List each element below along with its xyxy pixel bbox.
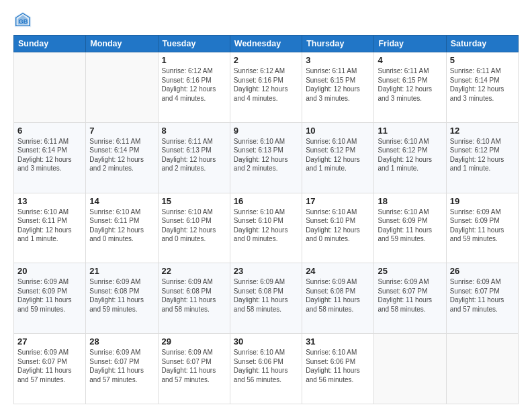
day-info: Sunrise: 6:10 AM Sunset: 6:06 PM Dayligh… [306, 348, 370, 384]
calendar-cell: 5Sunrise: 6:11 AM Sunset: 6:14 PM Daylig… [446, 52, 518, 123]
weekday-header: Tuesday [158, 36, 230, 52]
calendar-cell: 15Sunrise: 6:10 AM Sunset: 6:10 PM Dayli… [158, 193, 230, 263]
calendar-cell: 11Sunrise: 6:10 AM Sunset: 6:12 PM Dayli… [374, 122, 446, 193]
logo: GB [13, 11, 34, 30]
day-info: Sunrise: 6:11 AM Sunset: 6:14 PM Dayligh… [17, 137, 82, 173]
calendar-week-row: 13Sunrise: 6:10 AM Sunset: 6:11 PM Dayli… [14, 193, 519, 263]
calendar-cell: 12Sunrise: 6:10 AM Sunset: 6:12 PM Dayli… [446, 122, 518, 193]
day-number: 29 [162, 336, 226, 347]
day-number: 10 [306, 126, 370, 136]
weekday-header: Sunday [14, 36, 86, 52]
day-number: 12 [450, 126, 515, 136]
day-number: 28 [89, 336, 154, 347]
calendar-cell: 6Sunrise: 6:11 AM Sunset: 6:14 PM Daylig… [14, 122, 86, 193]
page: GB SundayMondayTuesdayWednesdayThursdayF… [0, 0, 532, 411]
day-info: Sunrise: 6:10 AM Sunset: 6:12 PM Dayligh… [450, 137, 515, 173]
header: GB [13, 11, 519, 30]
calendar-cell: 17Sunrise: 6:10 AM Sunset: 6:10 PM Dayli… [302, 193, 374, 263]
day-info: Sunrise: 6:09 AM Sunset: 6:07 PM Dayligh… [162, 348, 226, 384]
day-info: Sunrise: 6:09 AM Sunset: 6:08 PM Dayligh… [89, 277, 154, 314]
calendar-cell: 27Sunrise: 6:09 AM Sunset: 6:07 PM Dayli… [14, 334, 86, 404]
day-info: Sunrise: 6:10 AM Sunset: 6:11 PM Dayligh… [89, 208, 154, 244]
day-number: 3 [306, 55, 370, 65]
day-number: 22 [162, 266, 226, 276]
day-number: 5 [450, 55, 515, 65]
weekday-header-row: SundayMondayTuesdayWednesdayThursdayFrid… [14, 36, 519, 52]
day-number: 26 [450, 266, 515, 276]
calendar-cell [446, 334, 518, 404]
calendar-cell: 10Sunrise: 6:10 AM Sunset: 6:12 PM Dayli… [302, 122, 374, 193]
calendar-cell: 28Sunrise: 6:09 AM Sunset: 6:07 PM Dayli… [86, 334, 158, 404]
day-info: Sunrise: 6:09 AM Sunset: 6:07 PM Dayligh… [89, 348, 154, 384]
calendar-cell: 20Sunrise: 6:09 AM Sunset: 6:09 PM Dayli… [14, 263, 86, 334]
day-info: Sunrise: 6:12 AM Sunset: 6:16 PM Dayligh… [234, 66, 298, 103]
day-info: Sunrise: 6:10 AM Sunset: 6:13 PM Dayligh… [234, 137, 298, 173]
calendar-cell: 23Sunrise: 6:09 AM Sunset: 6:08 PM Dayli… [230, 263, 302, 334]
svg-text:GB: GB [18, 18, 28, 25]
day-info: Sunrise: 6:11 AM Sunset: 6:15 PM Dayligh… [378, 66, 442, 103]
calendar-cell: 31Sunrise: 6:10 AM Sunset: 6:06 PM Dayli… [302, 334, 374, 404]
day-info: Sunrise: 6:10 AM Sunset: 6:10 PM Dayligh… [162, 208, 226, 244]
day-number: 18 [378, 196, 442, 206]
day-number: 19 [450, 196, 515, 206]
day-info: Sunrise: 6:09 AM Sunset: 6:08 PM Dayligh… [162, 277, 226, 314]
calendar-cell [86, 52, 158, 123]
day-info: Sunrise: 6:10 AM Sunset: 6:10 PM Dayligh… [306, 208, 370, 244]
day-number: 23 [234, 266, 298, 276]
calendar-week-row: 6Sunrise: 6:11 AM Sunset: 6:14 PM Daylig… [14, 122, 519, 193]
calendar-cell: 4Sunrise: 6:11 AM Sunset: 6:15 PM Daylig… [374, 52, 446, 123]
day-number: 21 [89, 266, 154, 276]
day-info: Sunrise: 6:09 AM Sunset: 6:09 PM Dayligh… [17, 277, 82, 314]
day-info: Sunrise: 6:10 AM Sunset: 6:11 PM Dayligh… [17, 208, 82, 244]
day-number: 20 [17, 266, 82, 276]
day-number: 17 [306, 196, 370, 206]
calendar-table: SundayMondayTuesdayWednesdayThursdayFrid… [13, 35, 519, 404]
calendar-cell: 13Sunrise: 6:10 AM Sunset: 6:11 PM Dayli… [14, 193, 86, 263]
weekday-header: Monday [86, 36, 158, 52]
calendar-cell: 22Sunrise: 6:09 AM Sunset: 6:08 PM Dayli… [158, 263, 230, 334]
calendar-cell: 24Sunrise: 6:09 AM Sunset: 6:08 PM Dayli… [302, 263, 374, 334]
calendar-cell: 30Sunrise: 6:10 AM Sunset: 6:06 PM Dayli… [230, 334, 302, 404]
calendar-week-row: 20Sunrise: 6:09 AM Sunset: 6:09 PM Dayli… [14, 263, 519, 334]
day-number: 24 [306, 266, 370, 276]
day-number: 15 [162, 196, 226, 206]
day-number: 9 [234, 126, 298, 136]
day-info: Sunrise: 6:11 AM Sunset: 6:14 PM Dayligh… [450, 66, 515, 103]
day-number: 14 [89, 196, 154, 206]
day-number: 6 [17, 126, 82, 136]
weekday-header: Wednesday [230, 36, 302, 52]
day-info: Sunrise: 6:11 AM Sunset: 6:13 PM Dayligh… [162, 137, 226, 173]
calendar-cell: 19Sunrise: 6:09 AM Sunset: 6:09 PM Dayli… [446, 193, 518, 263]
day-info: Sunrise: 6:09 AM Sunset: 6:07 PM Dayligh… [17, 348, 82, 384]
day-info: Sunrise: 6:10 AM Sunset: 6:12 PM Dayligh… [306, 137, 370, 173]
day-info: Sunrise: 6:11 AM Sunset: 6:14 PM Dayligh… [89, 137, 154, 173]
day-info: Sunrise: 6:10 AM Sunset: 6:10 PM Dayligh… [234, 208, 298, 244]
calendar-cell [374, 334, 446, 404]
day-info: Sunrise: 6:09 AM Sunset: 6:07 PM Dayligh… [450, 277, 515, 314]
day-info: Sunrise: 6:09 AM Sunset: 6:08 PM Dayligh… [306, 277, 370, 314]
weekday-header: Friday [374, 36, 446, 52]
calendar-cell: 9Sunrise: 6:10 AM Sunset: 6:13 PM Daylig… [230, 122, 302, 193]
calendar-cell [14, 52, 86, 123]
calendar-cell: 26Sunrise: 6:09 AM Sunset: 6:07 PM Dayli… [446, 263, 518, 334]
weekday-header: Saturday [446, 36, 518, 52]
calendar-cell: 3Sunrise: 6:11 AM Sunset: 6:15 PM Daylig… [302, 52, 374, 123]
calendar-week-row: 1Sunrise: 6:12 AM Sunset: 6:16 PM Daylig… [14, 52, 519, 123]
day-info: Sunrise: 6:09 AM Sunset: 6:08 PM Dayligh… [234, 277, 298, 314]
calendar-cell: 21Sunrise: 6:09 AM Sunset: 6:08 PM Dayli… [86, 263, 158, 334]
day-number: 8 [162, 126, 226, 136]
day-info: Sunrise: 6:10 AM Sunset: 6:12 PM Dayligh… [378, 137, 442, 173]
day-info: Sunrise: 6:10 AM Sunset: 6:09 PM Dayligh… [378, 208, 442, 244]
day-number: 27 [17, 336, 82, 347]
day-number: 4 [378, 55, 442, 65]
day-number: 25 [378, 266, 442, 276]
day-number: 30 [234, 336, 298, 347]
calendar-cell: 25Sunrise: 6:09 AM Sunset: 6:07 PM Dayli… [374, 263, 446, 334]
weekday-header: Thursday [302, 36, 374, 52]
logo-icon: GB [13, 11, 32, 30]
day-number: 13 [17, 196, 82, 206]
day-number: 16 [234, 196, 298, 206]
calendar-cell: 16Sunrise: 6:10 AM Sunset: 6:10 PM Dayli… [230, 193, 302, 263]
day-info: Sunrise: 6:09 AM Sunset: 6:09 PM Dayligh… [450, 208, 515, 244]
calendar-cell: 2Sunrise: 6:12 AM Sunset: 6:16 PM Daylig… [230, 52, 302, 123]
